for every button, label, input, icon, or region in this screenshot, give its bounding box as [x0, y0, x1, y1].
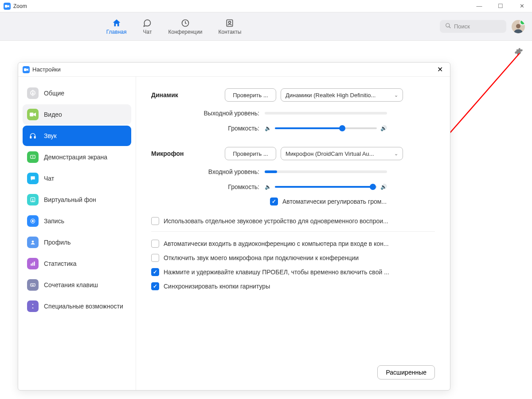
svg-rect-25 — [32, 285, 34, 286]
main-toolbar: Главная Чат Конференции Контакты Поиск — [0, 12, 532, 41]
close-dialog-button[interactable]: ✕ — [434, 65, 446, 74]
sidebar-item-shortcuts[interactable]: Сочетания клавиш — [23, 275, 131, 295]
nav-chat[interactable]: Чат — [142, 18, 152, 35]
auto-join-audio-checkbox[interactable] — [151, 240, 159, 248]
chevron-down-icon: ⌄ — [394, 92, 398, 98]
speaker-volume-slider[interactable] — [275, 127, 377, 129]
sidebar-item-virtualbg[interactable]: Виртуальный фон — [23, 190, 131, 210]
home-icon — [112, 18, 121, 28]
nav-home[interactable]: Главная — [106, 18, 127, 35]
speaker-device-dropdown[interactable]: Динамики (Realtek High Definitio... ⌄ — [281, 88, 403, 102]
main-nav: Главная Чат Конференции Контакты — [106, 18, 242, 35]
sidebar-item-label: Профиль — [44, 239, 70, 246]
mic-section-label: Микрофон — [151, 150, 225, 157]
close-window-button[interactable]: ✕ — [515, 3, 528, 9]
search-placeholder: Поиск — [454, 23, 470, 30]
svg-point-3 — [229, 21, 231, 23]
output-level-label: Выходной уровень: — [151, 110, 265, 117]
gear-icon — [27, 87, 39, 99]
svg-rect-21 — [31, 284, 35, 286]
svg-rect-7 — [24, 68, 27, 71]
space-unmute-checkbox[interactable] — [151, 268, 159, 276]
nav-home-label: Главная — [106, 29, 127, 35]
accessibility-icon — [27, 300, 39, 312]
nav-meetings-label: Конференции — [168, 29, 202, 35]
sync-headset-row: Синхронизировать кнопки гарнитуры — [151, 282, 435, 290]
settings-sidebar: Общие Видео Звук Демонстрация экрана Чат… — [18, 77, 136, 390]
sidebar-item-label: Статистика — [44, 260, 77, 268]
checkbox-label: Синхронизировать кнопки гарнитуры — [164, 282, 435, 290]
svg-point-4 — [446, 24, 450, 27]
space-unmute-row: Нажмите и удерживайте клавишу ПРОБЕЛ, чт… — [151, 268, 435, 276]
speaker-high-icon: 🔊 — [380, 125, 387, 131]
sidebar-item-screenshare[interactable]: Демонстрация экрана — [23, 147, 131, 167]
headphones-icon — [27, 130, 39, 142]
minimize-button[interactable]: — — [473, 3, 486, 9]
nav-chat-label: Чат — [143, 29, 152, 35]
sidebar-item-label: Виртуальный фон — [44, 196, 96, 204]
sync-headset-checkbox[interactable] — [151, 282, 159, 290]
settings-dialog: Настройки ✕ Общие Видео Звук Демонстраци… — [18, 62, 450, 391]
input-level-label: Входной уровень: — [151, 168, 265, 175]
svg-point-16 — [32, 220, 34, 222]
sidebar-item-label: Общие — [44, 90, 64, 97]
svg-point-14 — [32, 199, 33, 200]
sidebar-item-profile[interactable]: Профиль — [23, 232, 131, 253]
svg-point-26 — [32, 304, 33, 305]
checkbox-label: Отключить звук моего микрофона при подкл… — [164, 254, 435, 262]
sidebar-item-audio[interactable]: Звук — [23, 126, 131, 146]
search-input[interactable]: Поиск — [440, 20, 506, 33]
background-icon — [27, 194, 39, 205]
svg-rect-11 — [34, 136, 35, 138]
nav-meetings[interactable]: Конференции — [168, 18, 202, 35]
sidebar-item-statistics[interactable]: Статистика — [23, 253, 131, 274]
input-level-meter — [265, 170, 387, 173]
window-title: Zoom — [13, 3, 27, 9]
test-speaker-button[interactable]: Проверить ... — [225, 88, 276, 102]
sidebar-item-recording[interactable]: Запись — [23, 211, 131, 231]
svg-point-8 — [32, 92, 34, 94]
speaker-low-icon: 🔈 — [265, 184, 271, 190]
svg-rect-20 — [34, 261, 35, 265]
speaker-high-icon: 🔊 — [380, 184, 387, 190]
svg-rect-9 — [30, 113, 33, 116]
auto-adjust-volume-row: Автоматически регулировать гром... — [270, 198, 435, 205]
chat-bubble-icon — [27, 173, 39, 184]
mute-on-join-checkbox[interactable] — [151, 254, 159, 262]
mic-device-dropdown[interactable]: Микрофон (DroidCam Virtual Au... ⌄ — [281, 147, 403, 160]
sidebar-item-chat[interactable]: Чат — [23, 168, 131, 189]
auto-adjust-checkbox[interactable] — [270, 198, 278, 205]
sidebar-item-label: Чат — [44, 175, 54, 182]
zoom-app-icon — [4, 3, 11, 10]
zoom-app-icon — [23, 66, 30, 73]
mic-volume-slider[interactable] — [275, 186, 377, 188]
window-titlebar: Zoom — ☐ ✕ — [0, 0, 532, 12]
svg-rect-0 — [5, 5, 8, 8]
speaker-section-label: Динамик — [151, 91, 225, 99]
auto-join-audio-row: Автоматически входить в аудиоконференцию… — [151, 240, 435, 248]
mic-volume-label: Громкость: — [151, 183, 265, 190]
sidebar-item-label: Сочетания клавиш — [44, 281, 98, 289]
svg-point-24 — [33, 284, 34, 285]
nav-contacts[interactable]: Контакты — [219, 18, 242, 35]
sidebar-item-label: Звук — [44, 132, 57, 140]
checkbox-label: Нажмите и удерживайте клавишу ПРОБЕЛ, чт… — [164, 268, 435, 276]
advanced-button[interactable]: Расширенные — [377, 365, 435, 379]
window-controls: — ☐ ✕ — [473, 3, 528, 9]
profile-icon — [27, 237, 39, 248]
sidebar-item-general[interactable]: Общие — [23, 83, 131, 103]
maximize-button[interactable]: ☐ — [494, 3, 507, 9]
dialog-header: Настройки ✕ — [18, 63, 450, 77]
sidebar-item-video[interactable]: Видео — [23, 104, 131, 125]
dialog-title: Настройки — [32, 66, 61, 73]
sidebar-item-accessibility[interactable]: Специальные возможности — [23, 296, 131, 316]
test-mic-button[interactable]: Проверить ... — [225, 147, 276, 160]
clock-icon — [180, 18, 190, 28]
speaker-volume-label: Громкость: — [151, 125, 265, 132]
speaker-low-icon: 🔈 — [265, 125, 271, 131]
user-avatar[interactable] — [512, 20, 525, 33]
settings-gear-button[interactable] — [514, 47, 523, 58]
separate-device-checkbox[interactable] — [151, 217, 159, 225]
svg-point-22 — [31, 284, 32, 285]
sidebar-item-label: Специальные возможности — [44, 303, 123, 310]
